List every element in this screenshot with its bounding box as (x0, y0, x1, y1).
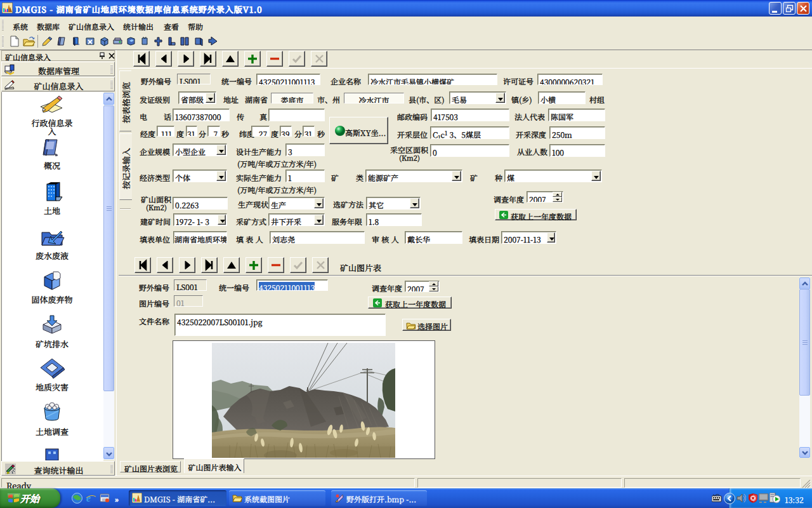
svg-text:e: e (86, 493, 91, 504)
